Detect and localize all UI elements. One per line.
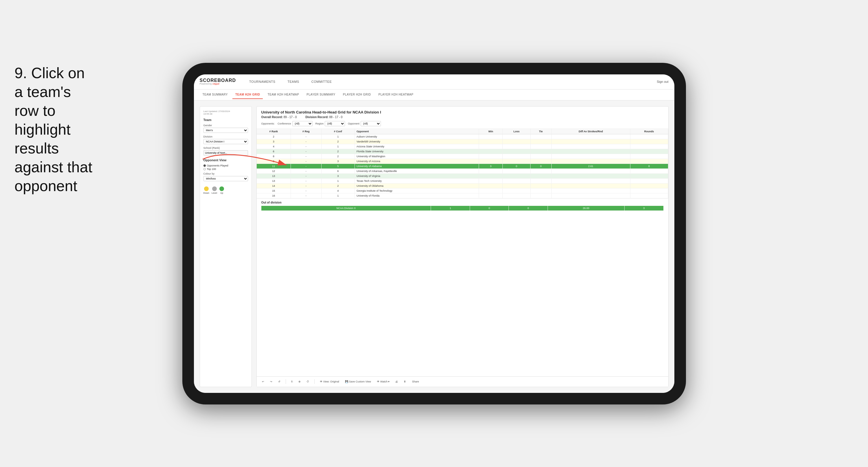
undo-btn[interactable]: ↩ [260, 379, 266, 384]
table-row[interactable]: 9 - 3 University of Arizona [257, 159, 668, 164]
table-row[interactable]: 16 - 1 University of Florida [257, 193, 668, 198]
cell-loss [503, 169, 530, 173]
table-row[interactable]: 15 - 4 Georgia Institute of Technology [257, 188, 668, 193]
col-loss: Loss [503, 129, 530, 134]
paste-btn[interactable]: ⊕ [297, 379, 303, 384]
cell-loss: 0 [503, 164, 530, 169]
conference-filter: Conference (All) [278, 121, 313, 126]
table-row[interactable]: 6 - 2 Florida State University [257, 149, 668, 154]
region-filter: Region (All) [315, 121, 345, 126]
tab-team-summary[interactable]: TEAM SUMMARY [200, 91, 231, 99]
col-conf: # Conf [321, 129, 354, 134]
region-select[interactable]: (All) [325, 121, 345, 126]
copy-btn[interactable]: ⎘ [289, 379, 294, 384]
table-row[interactable]: 13 - 1 Texas Tech University [257, 178, 668, 183]
cell-opponent: Florida State University [354, 149, 479, 154]
table-row[interactable]: 2 - 1 Auburn University [257, 134, 668, 139]
cell-diff [551, 193, 630, 198]
cell-win [479, 139, 503, 144]
cell-diff [551, 134, 630, 139]
cell-loss [503, 188, 530, 193]
table-row[interactable]: 13 - 3 University of Virginia [257, 173, 668, 178]
cell-win [479, 159, 503, 164]
radio-opponents-played[interactable]: Opponents Played [204, 164, 248, 167]
cell-conf: 2 [321, 183, 354, 188]
cell-win [479, 188, 503, 193]
cell-rounds [630, 159, 668, 164]
col-diff: Diff Av Strokes/Rnd [551, 129, 630, 134]
cell-loss [503, 193, 530, 198]
cell-rank: 13 [257, 173, 291, 178]
gender-label: Gender [204, 124, 248, 127]
table-row[interactable]: 12 - 6 University of Arkansas, Fayettevi… [257, 169, 668, 173]
view-original-btn[interactable]: 👁 View: Original [318, 379, 341, 384]
table-row[interactable]: 4 - 1 Arizona State University [257, 144, 668, 149]
clock-btn[interactable]: ⏱ [305, 379, 311, 384]
cell-tie [530, 144, 551, 149]
division-select[interactable]: NCAA Division I [204, 139, 248, 144]
table-row[interactable]: 11 - 5 University of Alabama 3 0 0 2.61 … [257, 164, 668, 169]
table-row[interactable]: 8 - 2 University of Washington [257, 154, 668, 159]
cell-rank: 2 [257, 134, 291, 139]
tab-player-summary[interactable]: PLAYER SUMMARY [304, 91, 338, 99]
cell-opponent: University of Virginia [354, 173, 479, 178]
reset-btn[interactable]: ↺ [276, 379, 282, 384]
cell-opponent: Auburn University [354, 134, 479, 139]
tab-team-h2h-heatmap[interactable]: TEAM H2H HEATMAP [265, 91, 302, 99]
nav-committee[interactable]: COMMITTEE [310, 79, 334, 85]
cell-opponent: Vanderbilt University [354, 139, 479, 144]
cell-conf: 4 [321, 188, 354, 193]
main-content: Last Updated: 27/03/2024 16:55:38 Team G… [194, 100, 674, 393]
radio-top-100[interactable]: Top 100 [204, 168, 248, 171]
cell-reg: - [291, 149, 321, 154]
gender-select[interactable]: Men's [204, 128, 248, 133]
table-body: 2 - 1 Auburn University 3 - 2 Vanderbilt… [257, 134, 668, 198]
cell-rounds [630, 139, 668, 144]
tab-team-h2h-grid[interactable]: TEAM H2H GRID [232, 91, 263, 99]
radio-dot-1 [204, 165, 206, 167]
cell-tie [530, 188, 551, 193]
nav-teams[interactable]: TEAMS [286, 79, 301, 85]
tablet-device: SCOREBOARD Powered by clippd TOURNAMENTS… [182, 63, 686, 405]
table-row[interactable]: NCAA Division II 1 0 0 26.00 3 [261, 206, 664, 211]
legend-up-circle [219, 186, 224, 191]
cell-tie [530, 139, 551, 144]
print-btn[interactable]: 🖨 [394, 379, 400, 384]
cell-opponent: University of Florida [354, 193, 479, 198]
tablet-screen: SCOREBOARD Powered by clippd TOURNAMENTS… [194, 75, 674, 393]
logo-scoreboard: SCOREBOARD [200, 78, 236, 83]
school-input[interactable]: University of Nort... [204, 150, 248, 155]
legend-up: Up [219, 186, 224, 194]
cell-conf: 1 [321, 134, 354, 139]
cell-tie: 0 [530, 164, 551, 169]
cell-reg: - [291, 169, 321, 173]
cell-win [479, 193, 503, 198]
table-row[interactable]: 14 - 2 University of Oklahoma [257, 183, 668, 188]
tab-player-h2h-heatmap[interactable]: PLAYER H2H HEATMAP [376, 91, 416, 99]
cell-reg: - [291, 178, 321, 183]
out-of-division-section: Out of division NCAA Division II 1 0 0 2… [257, 198, 668, 213]
opponent-filter: Opponent (All) [348, 121, 381, 126]
share-btn[interactable]: Share [410, 379, 421, 384]
nav-tournaments[interactable]: TOURNAMENTS [247, 79, 277, 85]
redo-btn[interactable]: ↪ [268, 379, 274, 384]
conference-select[interactable]: (All) [292, 121, 313, 126]
watch-btn[interactable]: 👁 Watch ▾ [375, 379, 392, 384]
colour-select[interactable]: Win/loss [204, 176, 248, 181]
tab-player-h2h-grid[interactable]: PLAYER H2H GRID [340, 91, 374, 99]
cell-rounds [630, 154, 668, 159]
table-header: # Rank # Reg # Conf Opponent Win Loss Ti… [257, 129, 668, 134]
export-btn[interactable]: ⬇ [402, 379, 408, 384]
data-table: # Rank # Reg # Conf Opponent Win Loss Ti… [257, 129, 668, 376]
cell-reg: - [291, 183, 321, 188]
cell-rounds [630, 178, 668, 183]
opponent-select[interactable]: (All) [361, 121, 381, 126]
legend: Down Level Up [204, 186, 248, 194]
cell-tie: 0 [509, 206, 548, 211]
sign-out-link[interactable]: Sign out [657, 80, 668, 83]
table-row[interactable]: 3 - 2 Vanderbilt University [257, 139, 668, 144]
h2h-table: # Rank # Reg # Conf Opponent Win Loss Ti… [257, 129, 668, 198]
bottom-toolbar: ↩ ↪ ↺ ⎘ ⊕ ⏱ 👁 View: Original 💾 Save Cust… [257, 376, 668, 387]
save-custom-btn[interactable]: 💾 Save Custom View [343, 379, 373, 384]
col-tie: Tie [530, 129, 551, 134]
